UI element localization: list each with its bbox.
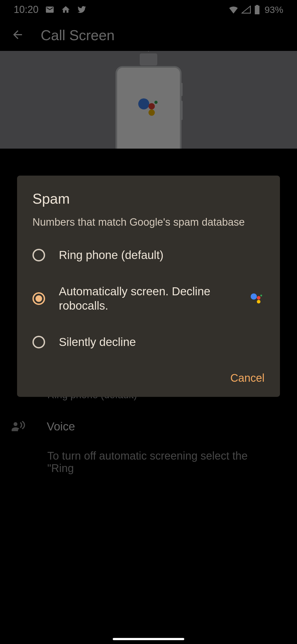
option-label: Silently decline: [59, 335, 265, 349]
svg-point-7: [260, 295, 262, 297]
dialog-actions: Cancel: [17, 367, 280, 389]
cancel-button[interactable]: Cancel: [230, 372, 265, 384]
assistant-icon: [249, 290, 265, 307]
option-auto-screen[interactable]: Automatically screen. Decline robocalls.: [17, 273, 280, 324]
spam-dialog: Spam Numbers that match Google's spam da…: [17, 176, 280, 397]
radio-icon: [32, 292, 45, 305]
option-label: Automatically screen. Decline robocalls.: [59, 284, 235, 313]
dialog-options: Ring phone (default) Automatically scree…: [17, 230, 280, 367]
option-silently-decline[interactable]: Silently decline: [17, 324, 280, 360]
radio-icon: [32, 336, 45, 348]
svg-point-6: [257, 296, 260, 300]
option-label: Ring phone (default): [59, 248, 265, 262]
radio-icon: [32, 249, 45, 261]
svg-point-5: [251, 293, 257, 299]
nav-handle[interactable]: [113, 638, 184, 640]
svg-point-8: [257, 300, 260, 304]
dialog-title: Spam: [17, 190, 280, 207]
dialog-subtitle: Numbers that match Google's spam databas…: [17, 207, 280, 230]
option-ring-phone[interactable]: Ring phone (default): [17, 237, 280, 273]
